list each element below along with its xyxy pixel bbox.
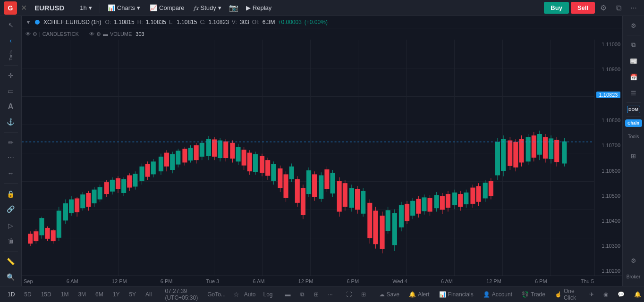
- lock-tool[interactable]: 🔒: [3, 186, 18, 201]
- expand-tool[interactable]: ▷: [3, 218, 18, 233]
- svg-rect-23: [92, 190, 96, 203]
- svg-rect-107: [343, 183, 347, 207]
- layout-icon-1[interactable]: ▬: [281, 289, 295, 300]
- circle-button[interactable]: ◉: [600, 289, 612, 300]
- settings-button[interactable]: ⚙: [597, 1, 610, 15]
- price-level-7: 1.10500: [596, 193, 620, 199]
- brush-tool[interactable]: ✏: [3, 135, 18, 150]
- goto-button[interactable]: GoTo...: [203, 289, 229, 300]
- study-button[interactable]: 𝑓𝑥 Study ▾: [190, 2, 225, 14]
- svg-rect-163: [513, 142, 518, 168]
- camera-button[interactable]: 📷: [227, 1, 240, 15]
- layers-right-button[interactable]: ⧉: [626, 37, 641, 52]
- close-button[interactable]: ✕: [19, 3, 29, 12]
- star-icon[interactable]: ☆: [233, 291, 239, 298]
- notification-button[interactable]: 🔔: [630, 289, 644, 300]
- period-all-button[interactable]: All: [142, 289, 155, 300]
- svg-rect-169: [532, 135, 536, 158]
- settings-bottom-button[interactable]: ⚙: [626, 253, 641, 268]
- period-15d-button[interactable]: 15D: [37, 289, 55, 300]
- logo-button[interactable]: G: [4, 1, 17, 15]
- period-1y-button[interactable]: 1Y: [109, 289, 124, 300]
- cloud-save-button[interactable]: ☁ Save: [375, 289, 403, 300]
- buy-button[interactable]: Buy: [544, 2, 569, 14]
- volume-value: 303: [240, 19, 249, 25]
- log-button[interactable]: Log: [261, 290, 276, 299]
- cursor-tool[interactable]: ↖: [3, 18, 18, 33]
- financials-button[interactable]: 📊 Financials: [435, 289, 477, 300]
- period-3m-button[interactable]: 3M: [74, 289, 90, 300]
- svg-rect-19: [80, 194, 85, 208]
- list-button[interactable]: ☰: [626, 85, 641, 101]
- period-6m-button[interactable]: 6M: [92, 289, 107, 300]
- eye-icon[interactable]: 👁: [89, 31, 94, 37]
- eye-icon[interactable]: 👁: [25, 31, 31, 37]
- more-button[interactable]: ···: [627, 1, 640, 15]
- settings-right-button[interactable]: ⚙: [626, 18, 641, 33]
- layers-button[interactable]: ⧉: [612, 1, 625, 15]
- svg-rect-115: [367, 203, 372, 238]
- svg-rect-129: [410, 201, 415, 216]
- svg-rect-21: [86, 193, 91, 207]
- grid-button[interactable]: ⊞: [626, 148, 641, 163]
- settings-icon[interactable]: ⚙: [96, 31, 101, 37]
- rectangle-tool[interactable]: ▭: [3, 84, 18, 99]
- time-label-6pm2: 6 PM: [347, 278, 359, 284]
- timeframe-button[interactable]: 1h ▾: [76, 2, 95, 13]
- chart-main[interactable]: 1.11000 1.10900 1.10823 1.10800 1.10700 …: [22, 40, 622, 276]
- trash-tool[interactable]: 🗑: [3, 234, 18, 248]
- period-1d-button[interactable]: 1D: [4, 289, 18, 300]
- period-1m-button[interactable]: 1M: [57, 289, 73, 300]
- period-5y-button[interactable]: 5Y: [125, 289, 140, 300]
- telegram-button[interactable]: ✈: [585, 289, 598, 300]
- auto-button[interactable]: Auto: [241, 290, 259, 299]
- layout-icon-3[interactable]: ⊞: [310, 289, 322, 300]
- fullscreen-button[interactable]: ⛶: [342, 289, 356, 300]
- anchor-tool[interactable]: ⚓: [3, 115, 18, 129]
- calendar-button[interactable]: 📅: [626, 69, 641, 84]
- layout-icon-2[interactable]: ⧉: [297, 289, 308, 300]
- trade-icon: 💱: [522, 291, 529, 298]
- period-5d-button[interactable]: 5D: [20, 289, 35, 300]
- series-collapse[interactable]: ▼: [25, 19, 31, 25]
- chart-series-bar: 👁 ⚙ | CANDLESTICK 👁 ⚙ ▬ VOLUME 303: [22, 28, 622, 40]
- svg-rect-127: [405, 204, 409, 221]
- tools-right-button[interactable]: Tools: [626, 129, 641, 144]
- svg-rect-179: [562, 142, 567, 164]
- message-button[interactable]: 💬: [614, 289, 628, 300]
- svg-rect-71: [236, 147, 240, 161]
- svg-rect-73: [242, 150, 246, 165]
- sell-button[interactable]: Sell: [571, 2, 595, 14]
- account-button[interactable]: 👤 Account: [479, 289, 516, 300]
- settings-icon[interactable]: ⚙: [33, 31, 37, 37]
- time-label-6am: 6 AM: [67, 278, 78, 284]
- cloud-icon: ☁: [379, 291, 385, 298]
- collapse-tool[interactable]: ‹: [3, 34, 18, 48]
- trade-button[interactable]: 💱 Trade: [518, 289, 549, 300]
- link-icon: 🔗: [7, 205, 15, 213]
- symbol-full: XCHIEF:EURUSD (1h): [43, 19, 102, 25]
- more-layout-button[interactable]: ⊞: [357, 289, 370, 300]
- ruler-tool[interactable]: 📏: [3, 254, 18, 269]
- crosshair-tool[interactable]: ✛: [3, 68, 18, 83]
- dom-panel: DOM: [627, 106, 640, 113]
- text-tool[interactable]: A: [3, 99, 18, 114]
- arrow-icon: ↖: [8, 21, 14, 29]
- search-tool[interactable]: 🔍: [3, 269, 18, 284]
- charts-button[interactable]: 📊 Charts ▾: [104, 2, 144, 13]
- link-tool[interactable]: 🔗: [3, 202, 18, 217]
- svg-rect-131: [416, 199, 421, 214]
- news-button[interactable]: 📰: [626, 53, 641, 68]
- gear-icon: ⚙: [631, 257, 636, 264]
- dom-button[interactable]: DOM: [627, 106, 640, 113]
- compare-button[interactable]: 📈 Compare: [146, 2, 188, 13]
- measure-tool[interactable]: ↔: [3, 166, 18, 181]
- one-click-button[interactable]: ☝ One Click: [551, 286, 580, 302]
- replay-button[interactable]: ▶ Replay: [242, 2, 275, 13]
- pattern-tool[interactable]: ⋯: [3, 151, 18, 165]
- chain-button[interactable]: Chain: [625, 119, 642, 127]
- broker-button[interactable]: Broker: [626, 269, 641, 284]
- layout-icon-4[interactable]: ···: [324, 289, 337, 300]
- time-label-6am3: 6 AM: [441, 278, 453, 284]
- alert-button[interactable]: 🔔 Alert: [405, 289, 433, 300]
